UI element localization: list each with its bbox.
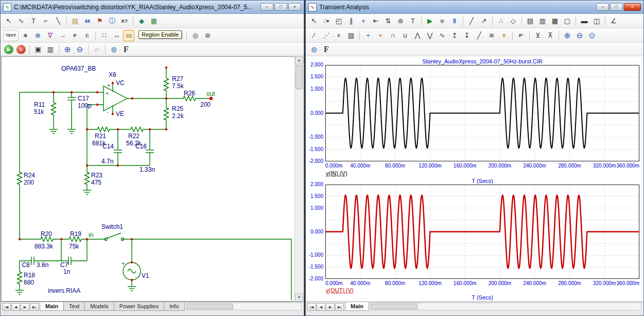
last-page-button[interactable]: ▶| bbox=[335, 303, 344, 311]
font-button[interactable]: F bbox=[321, 44, 332, 55]
text-attributes-button[interactable]: TEXT bbox=[3, 30, 19, 41]
scrollbar-track[interactable] bbox=[295, 64, 303, 293]
global-low-icon[interactable]: ↧ bbox=[461, 30, 473, 41]
page-icon[interactable]: ▤ bbox=[69, 15, 81, 27]
scroll-up-button[interactable]: ▲ bbox=[295, 56, 303, 64]
inflection-icon[interactable]: ∿ bbox=[437, 30, 448, 41]
zoom-in-button[interactable]: ⊕ bbox=[562, 30, 573, 41]
maximize-button[interactable]: □ bbox=[610, 3, 623, 11]
text-tool-icon[interactable]: T bbox=[28, 15, 39, 27]
next-branch-icon[interactable]: ≋ bbox=[486, 30, 497, 41]
first-page-button[interactable]: |◀ bbox=[2, 303, 11, 311]
resistor-r19[interactable]: R19 75k bbox=[67, 230, 83, 250]
copy-page-icon[interactable]: ▣ bbox=[32, 44, 44, 55]
valley-icon[interactable]: ∪ bbox=[399, 30, 411, 41]
zoom-out-button[interactable]: ⊖ bbox=[74, 44, 85, 55]
phase-angle-icon[interactable]: ∠ bbox=[608, 15, 619, 27]
prev-page-button[interactable]: ◀ bbox=[11, 303, 20, 311]
next-page-button[interactable]: ▶ bbox=[21, 303, 29, 311]
resistor-r20[interactable]: R20 883.3k bbox=[34, 230, 55, 250]
grid-none-icon[interactable]: ▢ bbox=[562, 15, 573, 27]
source-v1[interactable]: + V1 bbox=[121, 260, 149, 280]
copy-group-icon[interactable]: ▥ bbox=[45, 44, 56, 55]
pin-connections-icon[interactable]: ∗ bbox=[20, 30, 31, 41]
minimize-button[interactable]: – bbox=[260, 3, 273, 11]
horizontal-grid-icon[interactable]: ▤ bbox=[525, 15, 536, 27]
grid-both-icon[interactable]: ▦ bbox=[549, 15, 561, 27]
horizontal-tag-icon[interactable]: ⇤ bbox=[370, 15, 381, 27]
resistor-r27[interactable]: R27 7.5k bbox=[164, 75, 184, 92]
zoom-window-button[interactable]: ⊙ bbox=[586, 30, 598, 41]
page-preview-icon[interactable]: ▱ bbox=[91, 44, 102, 55]
state-variables-icon[interactable]: ▨ bbox=[345, 30, 357, 41]
node-numbers-icon[interactable]: ⊕ bbox=[32, 30, 43, 41]
tokens-icon[interactable]: ◇ bbox=[508, 15, 519, 27]
plot-canvas[interactable] bbox=[325, 185, 639, 279]
capacitor-c16[interactable]: C16 1.33n bbox=[135, 143, 155, 173]
text-tool-icon[interactable]: T bbox=[407, 15, 419, 27]
tab-power-supplies[interactable]: Power Supplies bbox=[114, 302, 164, 311]
tab-text[interactable]: Text bbox=[63, 302, 85, 311]
point-tag-icon[interactable]: + bbox=[358, 15, 369, 27]
titlebar[interactable]: ∿ C:\MC9\DATA\Petrov\switching distortio… bbox=[1, 1, 304, 14]
component-tool-icon[interactable]: ∿ bbox=[15, 15, 27, 27]
node-voltages-icon[interactable]: ∇ bbox=[44, 30, 56, 41]
graphics-dropdown-icon[interactable]: □▾ bbox=[321, 15, 332, 27]
select-tool-icon[interactable]: ↖ bbox=[3, 15, 14, 27]
numeric-output-icon[interactable]: # bbox=[333, 30, 344, 41]
tab-models[interactable]: Models bbox=[84, 302, 114, 311]
stop-button[interactable]: ■ bbox=[437, 15, 448, 27]
close-button[interactable]: × bbox=[624, 3, 641, 11]
high-icon[interactable]: ⋀ bbox=[412, 30, 423, 41]
tangent-line-icon[interactable]: ↗ bbox=[478, 15, 490, 27]
horizontal-scrollbar[interactable] bbox=[370, 303, 641, 310]
flag-icon[interactable]: ⚑ bbox=[94, 15, 106, 27]
repeat-find-icon[interactable]: ⊚ bbox=[202, 30, 213, 41]
globe-icon[interactable]: ◍ bbox=[108, 44, 119, 55]
plot-canvas[interactable] bbox=[325, 65, 639, 161]
titlebar[interactable]: ∿ Transient Analysis –□× bbox=[306, 1, 643, 14]
minimize-button[interactable]: – bbox=[596, 3, 609, 11]
capacitor-c14[interactable]: C14 4.7n bbox=[101, 143, 122, 165]
slope-icon[interactable]: ╱ bbox=[474, 30, 485, 41]
trace-label-vin[interactable]: v(IN) (V) bbox=[326, 170, 347, 176]
go-to-x-icon[interactable]: + bbox=[362, 30, 374, 41]
region-enable-icon[interactable]: ▭ bbox=[123, 30, 134, 41]
baseline-icon[interactable]: ▬ bbox=[579, 15, 590, 27]
condition-display-icon[interactable]: C bbox=[81, 30, 93, 41]
diagonal-wire-icon[interactable]: ╲ bbox=[53, 15, 64, 27]
maximize-button[interactable]: □ bbox=[274, 3, 287, 11]
resistor-r11[interactable]: R11 51k bbox=[34, 101, 56, 117]
find-icon[interactable]: ◎ bbox=[189, 30, 201, 41]
scrollbar-thumb[interactable] bbox=[295, 65, 303, 89]
trace-label-vout[interactable]: v(OUT) (V) bbox=[326, 287, 354, 293]
global-high-icon[interactable]: ↥ bbox=[449, 30, 460, 41]
zoom-in-button[interactable]: ⊕ bbox=[62, 44, 73, 55]
data-points-icon[interactable]: ∴ bbox=[495, 15, 507, 27]
digital-component-icon[interactable]: 68 bbox=[82, 15, 93, 27]
vertical-scrollbar[interactable]: ▲ ▼ bbox=[294, 56, 303, 302]
vertical-grid-icon[interactable]: ▥ bbox=[537, 15, 548, 27]
go-to-branch-icon[interactable]: ⊻ bbox=[532, 30, 544, 41]
performance-tag-icon[interactable]: ⊚ bbox=[395, 15, 406, 27]
tab-info[interactable]: Info bbox=[164, 302, 184, 311]
label-branches-icon[interactable]: ⊼ bbox=[545, 30, 556, 41]
tab-main[interactable]: Main bbox=[40, 302, 64, 311]
analysis-limits-icon[interactable]: ∕ bbox=[308, 30, 320, 41]
resistor-r24[interactable]: R24 200 bbox=[18, 171, 36, 186]
schematic-drawing[interactable]: OPA637_BB X6 VC VE + - + - R27 7.5k R26 … bbox=[5, 57, 293, 301]
horizontal-scrollbar-thumb[interactable] bbox=[187, 304, 233, 309]
resistor-r18[interactable]: R18 680 bbox=[18, 270, 36, 286]
grid-toggle-icon[interactable]: ∷ bbox=[98, 30, 110, 41]
peak-icon[interactable]: ∩ bbox=[387, 30, 398, 41]
disable-button[interactable]: × bbox=[16, 45, 26, 54]
horizontal-scrollbar[interactable] bbox=[186, 303, 302, 310]
current-display-icon[interactable]: → bbox=[57, 30, 68, 41]
last-page-button[interactable]: ▶| bbox=[30, 303, 39, 311]
rubberbanding-icon[interactable]: ↔ bbox=[111, 30, 122, 41]
probe-icon[interactable]: P' bbox=[515, 30, 527, 41]
close-button[interactable]: × bbox=[288, 3, 301, 11]
next-page-button[interactable]: ▶ bbox=[326, 303, 335, 311]
go-to-y-icon[interactable]: + bbox=[375, 30, 386, 41]
capacitor-c8[interactable]: C8 3.6n bbox=[22, 257, 49, 269]
